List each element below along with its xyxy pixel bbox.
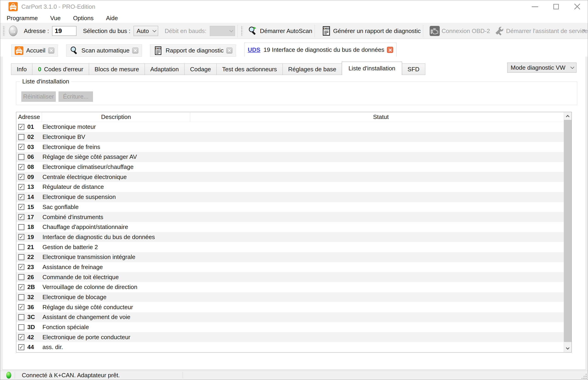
row-address: 15 xyxy=(27,204,34,211)
menu-vue[interactable]: Vue xyxy=(47,15,64,22)
row-checkbox[interactable] xyxy=(18,304,24,310)
scroll-up-button[interactable] xyxy=(564,112,571,120)
diagnostic-mode-select[interactable]: Mode diagnostic VW xyxy=(507,63,577,73)
row-address: 3C xyxy=(27,314,35,321)
row-checkbox[interactable] xyxy=(18,214,24,220)
document-tab-4[interactable]: UDS19 Interface de diagnostic du bus de … xyxy=(244,43,397,57)
baud-select[interactable] xyxy=(210,26,235,36)
table-row: 19 Interface de diagnostic du bus de don… xyxy=(16,232,564,242)
table-row: 13 Régulateur de distance xyxy=(16,182,564,192)
toolbar-overflow-chevron[interactable]: » xyxy=(582,27,586,34)
row-checkbox[interactable] xyxy=(18,124,24,130)
row-checkbox[interactable] xyxy=(18,344,24,350)
maximize-button[interactable] xyxy=(546,0,567,13)
write-button[interactable]: Écriture... xyxy=(59,92,93,102)
document-tab-1[interactable]: Accueil xyxy=(11,44,58,57)
column-header-statut[interactable]: Statut xyxy=(190,112,571,122)
tab-close-icon[interactable] xyxy=(48,47,54,54)
address-input[interactable] xyxy=(52,26,76,36)
go-button[interactable]: → xyxy=(9,26,18,36)
row-checkbox[interactable] xyxy=(18,154,24,160)
row-checkbox[interactable] xyxy=(18,174,24,180)
row-checkbox[interactable] xyxy=(18,234,24,240)
toolbar-separator xyxy=(423,25,423,37)
row-checkbox[interactable] xyxy=(18,224,24,230)
row-checkbox[interactable] xyxy=(18,164,24,170)
tab-label: 19 Interface de diagnostic du bus de don… xyxy=(263,46,384,53)
toolbar-grip[interactable] xyxy=(241,26,243,36)
row-checkbox[interactable] xyxy=(18,134,24,140)
row-checkbox[interactable] xyxy=(18,294,24,300)
tab-close-icon[interactable] xyxy=(387,47,393,53)
reset-button[interactable]: Réinitialiser xyxy=(21,92,56,102)
installation-list-groupbox: Liste d'installation Réinitialiser Écrit… xyxy=(16,82,577,105)
row-checkbox[interactable] xyxy=(18,274,24,280)
report-button[interactable]: OBD Générer un rapport de diagnostic xyxy=(321,26,421,36)
row-checkbox[interactable] xyxy=(18,334,24,340)
row-description: Electronique de freins xyxy=(42,143,190,151)
tab-info[interactable]: Info xyxy=(11,63,32,75)
vertical-scrollbar[interactable] xyxy=(564,112,571,352)
row-checkbox[interactable] xyxy=(18,204,24,210)
row-address: 03 xyxy=(27,143,34,151)
tab-adaptation[interactable]: Adaptation xyxy=(145,63,185,75)
row-description: Chauffage d'appoint/stationnaire xyxy=(42,224,190,230)
row-checkbox[interactable] xyxy=(18,314,24,320)
row-checkbox[interactable] xyxy=(18,254,24,260)
row-description: Electronique transmission intégrale xyxy=(42,253,190,261)
groupbox-title: Liste d'installation xyxy=(20,78,71,85)
table-row: 06 Réglage de siège côté passager AV xyxy=(16,152,564,162)
autoscan-button[interactable]: Démarrer AutoScan xyxy=(248,26,312,36)
wrench-icon xyxy=(494,26,504,36)
scroll-down-button[interactable] xyxy=(564,344,571,352)
bus-select[interactable]: Auto xyxy=(134,26,158,36)
magnifier-icon xyxy=(69,46,79,55)
row-description: Interface de diagnostic du bus de donnée… xyxy=(42,233,190,241)
menu-programme[interactable]: Programme xyxy=(3,15,41,22)
tab-label: Blocs de mesure xyxy=(95,66,139,73)
row-description: Réglage de siège côté passager AV xyxy=(42,153,190,160)
row-description: Electronique moteur xyxy=(42,123,190,131)
tab-blocs-de-mesure[interactable]: Blocs de mesure xyxy=(89,63,145,75)
row-checkbox[interactable] xyxy=(18,244,24,250)
installation-table: Adresse Description Statut 01 Electroniq… xyxy=(16,112,572,353)
tab-close-icon[interactable] xyxy=(132,47,138,54)
column-header-adresse[interactable]: Adresse xyxy=(16,112,42,122)
row-checkbox[interactable] xyxy=(18,284,24,290)
obd-report-icon: OBD xyxy=(153,46,163,55)
tab-liste-d-installation[interactable]: Liste d'installation xyxy=(342,62,402,75)
address-cell: 14 xyxy=(16,193,42,201)
row-checkbox[interactable] xyxy=(18,264,24,270)
row-description: Commande de toit électrique xyxy=(42,274,190,281)
address-cell: 08 xyxy=(16,163,42,171)
tab-codage[interactable]: Codage xyxy=(184,63,217,75)
menu-options[interactable]: Options xyxy=(70,15,97,22)
tab-codes-d-erreur[interactable]: 0Codes d'erreur xyxy=(32,63,89,75)
row-description: Centrale électrique électronique xyxy=(42,173,190,181)
address-cell: 23 xyxy=(16,264,42,271)
close-button[interactable] xyxy=(567,0,588,13)
resize-grip[interactable] xyxy=(581,373,587,379)
row-checkbox[interactable] xyxy=(18,324,24,330)
tab-close-icon[interactable] xyxy=(226,47,232,54)
obd2-connect-button[interactable]: Connexion OBD-2 xyxy=(430,26,490,36)
document-tab-2[interactable]: Scan automatique xyxy=(66,44,142,57)
scrollbar-thumb[interactable] xyxy=(564,120,571,342)
row-checkbox[interactable] xyxy=(18,194,24,200)
tab-r-glages-de-base[interactable]: Réglages de base xyxy=(283,63,342,75)
column-header-description[interactable]: Description xyxy=(42,112,190,122)
tab-label: Rapport de diagnostic xyxy=(166,47,224,54)
address-cell: 32 xyxy=(16,294,42,301)
toolbar-grip[interactable] xyxy=(2,26,5,36)
menu-aide[interactable]: Aide xyxy=(103,15,121,22)
tab-sfd[interactable]: SFD xyxy=(402,63,425,75)
row-checkbox[interactable] xyxy=(18,144,24,150)
minimize-button[interactable] xyxy=(525,0,546,13)
address-cell: 3D xyxy=(16,324,42,331)
table-row: 14 Electronique de suspension xyxy=(16,192,564,202)
document-tab-3[interactable]: OBDRapport de diagnostic xyxy=(150,44,236,57)
service-assistant-button[interactable]: Démarrer l'assistant de service xyxy=(494,26,588,36)
address-cell: 36 xyxy=(16,304,42,311)
row-checkbox[interactable] xyxy=(18,184,24,190)
tab-test-des-actionneurs[interactable]: Test des actionneurs xyxy=(216,63,283,75)
